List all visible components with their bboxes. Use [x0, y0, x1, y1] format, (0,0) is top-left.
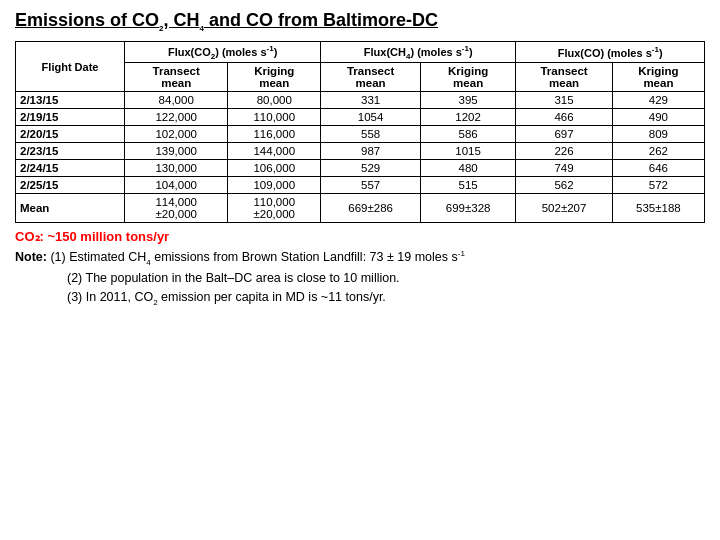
co-transect-mean-header: Transectmean [516, 63, 613, 92]
table-row: 2/23/15 139,000 144,000 987 1015 226 262 [16, 143, 705, 160]
table-row: 2/20/15 102,000 116,000 558 586 697 809 [16, 126, 705, 143]
co2-transect-mean-header: Transectmean [125, 63, 228, 92]
co2-flux-header: Flux(CO2) (moles s-1) [125, 41, 321, 63]
co-kriging-mean-header: Krigingmean [612, 63, 704, 92]
co2-kriging-mean-header: Krigingmean [228, 63, 321, 92]
table-row: 2/25/15 104,000 109,000 557 515 562 572 [16, 177, 705, 194]
mean-row: Mean 114,000 ±20,000 110,000 ±20,000 669… [16, 194, 705, 223]
table-row: 2/24/15 130,000 106,000 529 480 749 646 [16, 160, 705, 177]
note-3: (3) In 2011, CO2 emission per capita in … [15, 288, 705, 309]
ch4-transect-mean-header: Transectmean [321, 63, 421, 92]
emissions-table: Flight Date Flux(CO2) (moles s-1) Flux(C… [15, 41, 705, 224]
table-row: 2/13/15 84,000 80,000 331 395 315 429 [16, 92, 705, 109]
co2-note: CO₂: ~150 million tons/yr [15, 229, 705, 244]
page-title: Emissions of CO2, CH4 and CO from Baltim… [15, 10, 705, 33]
co-flux-header: Flux(CO) (moles s-1) [516, 41, 705, 63]
ch4-kriging-mean-header: Krigingmean [421, 63, 516, 92]
note-1: Note: (1) Estimated CH4 emissions from B… [15, 248, 705, 269]
notes-section: Note: (1) Estimated CH4 emissions from B… [15, 248, 705, 308]
note-2: (2) The population in the Balt–DC area i… [15, 269, 705, 288]
flight-date-header: Flight Date [16, 41, 125, 92]
table-row: 2/19/15 122,000 110,000 1054 1202 466 49… [16, 109, 705, 126]
ch4-flux-header: Flux(CH4) (moles s-1) [321, 41, 516, 63]
